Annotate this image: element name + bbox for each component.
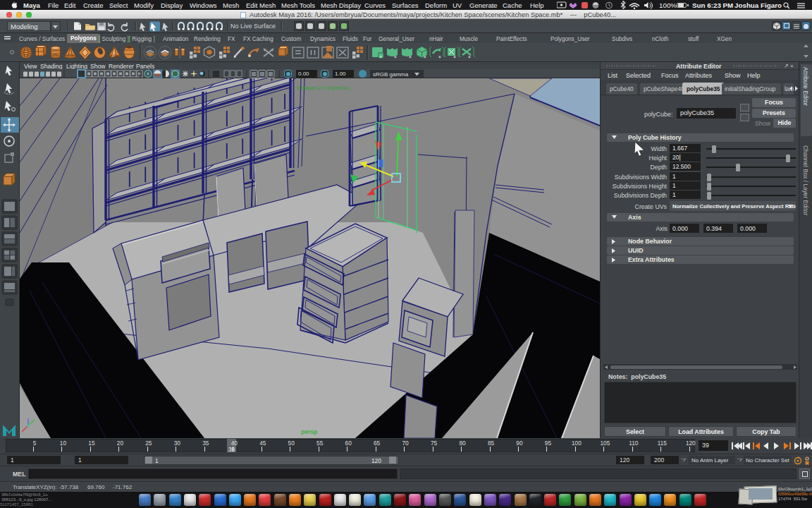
svg-text:×: × [379, 54, 382, 59]
svg-text:persp: persp [301, 428, 317, 435]
svg-text:×: × [438, 54, 441, 59]
svg-text:×: × [394, 54, 397, 59]
svg-text:Viewport 2.0 (OpenGL): Viewport 2.0 (OpenGL) [296, 85, 350, 91]
svg-text:×: × [409, 54, 412, 59]
svg-text:×: × [424, 54, 426, 59]
svg-text:×: × [453, 54, 456, 59]
svg-text:×: × [468, 54, 471, 59]
